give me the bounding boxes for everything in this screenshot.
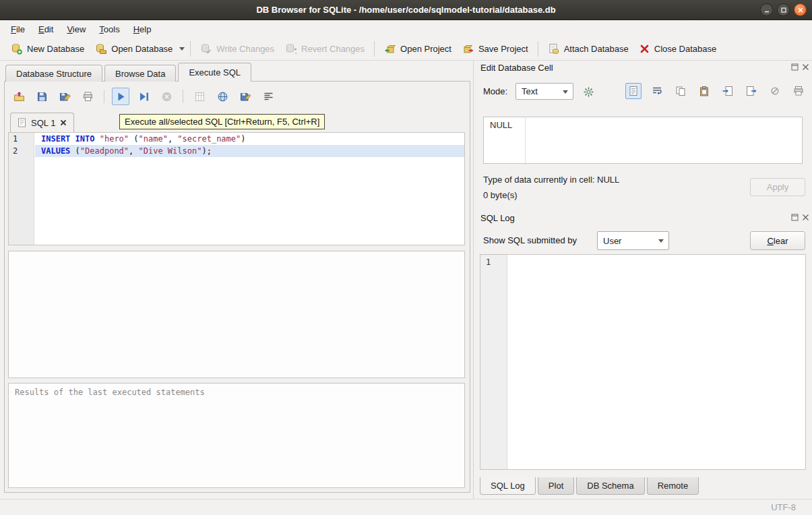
minimize-button[interactable] [760,3,773,16]
open-database-label: Open Database [111,44,173,54]
sql-code-editor[interactable]: 1INSERT INTO "hero" ("name", "secret_nam… [8,132,465,245]
format-sql-icon [263,91,274,102]
export-csv-button [191,88,208,105]
float-panel-icon[interactable] [791,214,799,221]
attach-database-icon [548,43,559,55]
export-icon [746,86,757,96]
close-panel-icon[interactable] [802,214,809,221]
edit-cell-dock-controls [791,63,809,71]
menu-edit[interactable]: Edit [32,22,60,36]
log-filter-value: User [603,236,621,246]
mode-settings-button[interactable] [578,83,598,100]
log-line-number: 1 [486,258,491,267]
text-mode-button[interactable] [625,83,642,99]
results-table-area[interactable] [8,251,465,378]
sql-1-tab[interactable]: SQL 1 [10,113,74,132]
sql-editor-lines: 1INSERT INTO "hero" ("name", "secret_nam… [9,133,464,157]
float-panel-icon[interactable] [791,63,799,71]
code-line[interactable]: 1INSERT INTO "hero" ("name", "secret_nam… [9,133,464,145]
cell-value-editor[interactable]: NULL [483,117,803,164]
menu-tools[interactable]: Tools [92,22,126,36]
attach-database-button[interactable]: Attach Database [542,40,634,58]
mode-value: Text [522,86,538,96]
save-project-button[interactable]: Save Project [457,40,534,58]
execute-line-icon [138,91,150,102]
open-database-button[interactable]: Open Database [90,40,178,58]
mode-label: Mode: [483,86,507,96]
print-icon [82,91,94,102]
dock-tab-bar: SQL Log Plot DB Schema Remote [480,477,701,495]
cell-editor-gutter: NULL [484,117,526,163]
close-panel-icon[interactable] [802,63,809,71]
open-in-browser-button[interactable] [214,88,231,105]
sql-subtab-bar: SQL 1 [10,113,74,132]
export-cell-button[interactable] [743,83,759,99]
clear-log-button[interactable]: Clear [750,231,805,250]
copy-icon [675,86,686,96]
cell-size-info: 0 byte(s) [483,190,518,200]
toolbar-separator [538,41,538,57]
import-cell-button[interactable] [720,83,736,99]
save-sql-file-button[interactable] [33,88,51,105]
open-project-button[interactable]: Open Project [379,40,457,58]
execute-all-button[interactable] [112,88,129,105]
tab-browse-data[interactable]: Browse Data [104,65,176,82]
menu-view[interactable]: View [60,22,92,36]
menu-file[interactable]: File [4,22,32,36]
new-database-button[interactable]: New Database [5,40,90,58]
execute-line-button[interactable] [135,88,152,105]
set-null-button[interactable] [767,83,783,99]
close-database-label: Close Database [654,44,717,54]
menu-help[interactable]: Help [127,22,158,36]
tab-database-structure[interactable]: Database Structure [5,65,102,82]
open-project-label: Open Project [400,44,451,54]
tab-execute-sql[interactable]: Execute SQL [178,63,251,82]
main-tab-bar: Database Structure Browse Data Execute S… [5,63,253,82]
cell-type-info: Type of data currently in cell: NULL [483,175,619,185]
log-filter-select[interactable]: User [597,231,669,250]
dock-tab-sql-log[interactable]: SQL Log [480,477,536,495]
window-controls [760,3,807,16]
copy-cell-button[interactable] [673,83,689,99]
text-document-icon [628,86,639,96]
format-sql-button[interactable] [259,88,277,105]
panel-splitter[interactable] [473,61,474,499]
close-tab-icon[interactable] [60,119,67,126]
save-sql-as-icon [59,91,71,102]
save-project-icon [462,43,474,55]
print-cell-button[interactable] [790,83,807,99]
sql-log-view[interactable]: 1 [480,254,806,470]
open-sql-file-button[interactable] [10,88,28,105]
globe-icon [217,91,228,102]
save-sql-file-icon [36,91,48,102]
write-changes-button: Write Changes [195,40,280,58]
save-sql-as-button[interactable] [56,88,73,105]
dock-tab-db-schema[interactable]: DB Schema [576,477,644,495]
dock-tab-plot[interactable]: Plot [538,477,574,495]
new-database-label: New Database [27,44,84,54]
editor-toolbar-separator [104,90,104,103]
mode-select[interactable]: Text [516,83,573,100]
sql-editor-toolbar [10,86,277,107]
paste-icon [699,86,710,96]
close-database-button[interactable]: Close Database [634,40,722,57]
paste-cell-button[interactable] [696,83,712,99]
print-sql-button[interactable] [79,88,96,105]
sql-log-dock-controls [791,214,809,221]
sql-log-title: SQL Log [480,213,515,223]
open-sql-file-icon [13,91,25,102]
code-line[interactable]: 2VALUES ("Deadpond", "Dive Wilson"); [9,145,464,157]
menubar: File Edit View Tools Help [0,21,812,37]
close-button[interactable] [794,3,807,16]
maximize-button[interactable] [777,3,790,16]
stop-execution-button [158,88,175,105]
results-message-area[interactable]: Results of the last executed statements [8,383,465,488]
dock-tab-remote[interactable]: Remote [647,477,699,495]
clear-button-label: Clear [767,236,788,246]
import-icon [722,86,733,96]
save-results-button[interactable] [237,88,254,105]
encoding-indicator[interactable]: UTF-8 [771,502,796,512]
word-wrap-button[interactable] [649,83,665,99]
open-database-dropdown-icon[interactable] [179,47,185,51]
write-changes-label: Write Changes [216,44,274,54]
